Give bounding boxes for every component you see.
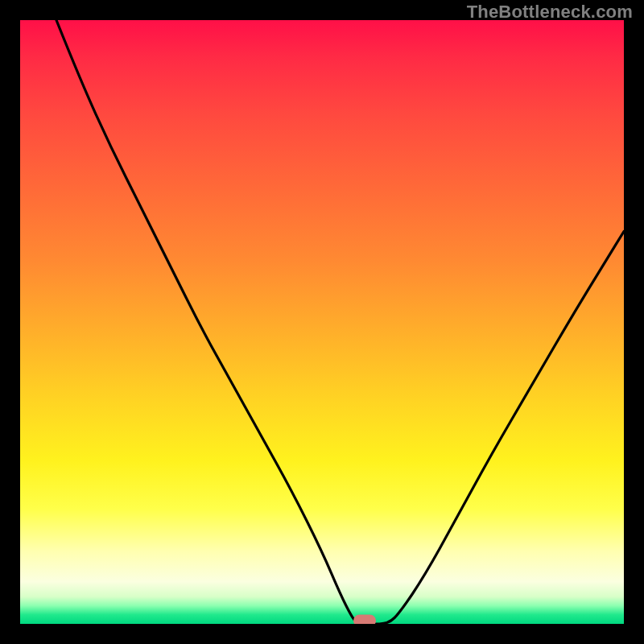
optimal-marker <box>353 614 376 624</box>
plot-area <box>20 20 624 624</box>
curve-svg <box>20 20 624 624</box>
watermark-text: TheBottleneck.com <box>467 2 633 23</box>
bottleneck-curve-path <box>56 20 624 624</box>
chart-frame: TheBottleneck.com <box>0 0 644 644</box>
